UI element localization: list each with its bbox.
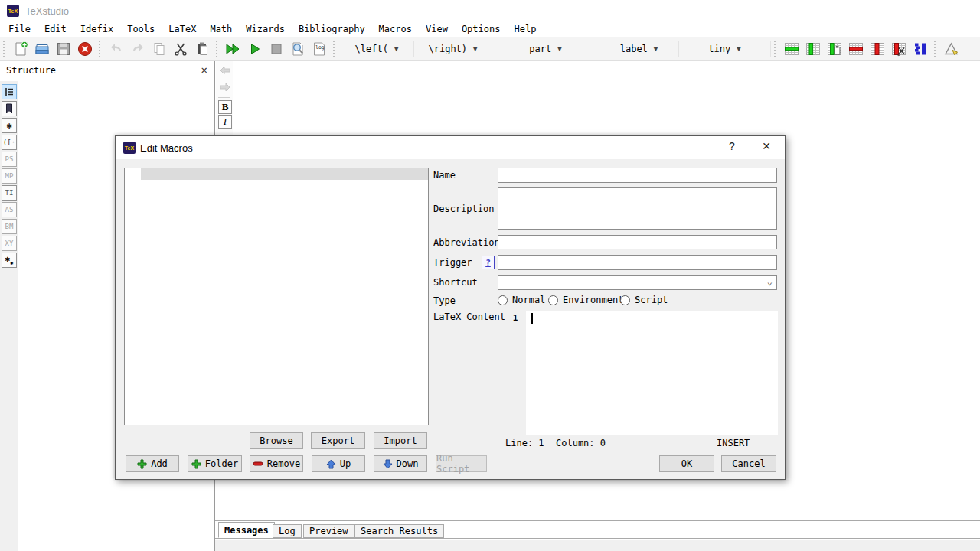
italic-button[interactable]: I: [218, 115, 232, 129]
type-normal-radio[interactable]: [498, 295, 508, 305]
paste-table-column-button[interactable]: [825, 39, 844, 59]
right-delimiter-combo[interactable]: \right) ▼: [414, 41, 492, 57]
redo-button[interactable]: [128, 39, 148, 59]
stop-button[interactable]: [266, 39, 286, 59]
tab-symbols-all[interactable]: ✱✱: [2, 253, 17, 268]
copy-button[interactable]: [149, 39, 169, 59]
menu-latex[interactable]: LaTeX: [162, 21, 203, 37]
build-and-view-button[interactable]: [224, 39, 243, 59]
menu-file[interactable]: File: [2, 21, 38, 37]
add-label: Add: [151, 458, 168, 469]
menu-tools[interactable]: Tools: [120, 21, 162, 37]
bold-button[interactable]: B: [218, 100, 232, 114]
toolbar-drag-handle: [333, 41, 336, 57]
horizontal-splitter[interactable]: [215, 520, 980, 521]
close-document-button[interactable]: [75, 39, 95, 59]
menu-math[interactable]: Math: [203, 21, 239, 37]
ok-button[interactable]: OK: [659, 455, 714, 472]
save-button[interactable]: [54, 39, 74, 59]
browse-button[interactable]: Browse: [250, 432, 303, 449]
dialog-help-button[interactable]: ?: [724, 140, 740, 155]
abbreviation-input[interactable]: [498, 235, 777, 249]
left-delimiter-value: \left(: [355, 44, 388, 54]
menu-macros[interactable]: Macros: [372, 21, 419, 37]
shortcut-combo[interactable]: ⌄: [498, 275, 777, 290]
name-label: Name: [433, 170, 456, 181]
cancel-button[interactable]: Cancel: [721, 455, 776, 472]
tab-preview[interactable]: Preview: [303, 524, 354, 538]
dialog-close-icon[interactable]: ✕: [759, 140, 774, 155]
view-pdf-button[interactable]: [288, 39, 308, 59]
type-environment-radio[interactable]: [548, 295, 558, 305]
tab-search-results[interactable]: Search Results: [354, 524, 444, 538]
tab-preview-label: Preview: [309, 526, 348, 536]
editor-format-toolbar: B I: [216, 61, 233, 145]
remove-column-icon: [869, 41, 886, 57]
font-size-combo[interactable]: tiny ▼: [679, 41, 771, 57]
menu-idefix[interactable]: Idefix: [74, 21, 120, 37]
add-table-column-button[interactable]: [803, 39, 823, 59]
stop-icon: [268, 41, 285, 57]
cut-table-column-button[interactable]: [889, 39, 909, 59]
output-tabbar: Messages Log Preview Search Results: [215, 523, 980, 539]
tab-metapost[interactable]: MP: [2, 168, 17, 184]
sectioning-combo[interactable]: part ▼: [492, 41, 599, 57]
tab-symbols-most-used[interactable]: ✱: [2, 118, 17, 133]
folder-button[interactable]: Folder: [188, 455, 242, 472]
menu-bibliography[interactable]: Bibliography: [292, 21, 372, 37]
import-button[interactable]: Import: [374, 432, 427, 449]
view-log-button[interactable]: log: [309, 39, 329, 59]
metapost-label: MP: [5, 172, 14, 180]
tab-messages[interactable]: Messages: [218, 522, 275, 538]
tab-beamer[interactable]: BM: [2, 219, 17, 234]
menu-edit[interactable]: Edit: [38, 21, 74, 37]
reference-combo[interactable]: label ▼: [599, 41, 679, 57]
go-forward-button[interactable]: [217, 80, 233, 95]
dialog-titlebar[interactable]: TeX Edit Macros: [116, 136, 785, 159]
export-button[interactable]: Export: [311, 432, 365, 449]
latex-content-editor[interactable]: [526, 311, 778, 435]
tab-asymptote[interactable]: AS: [2, 202, 17, 217]
add-button[interactable]: Add: [126, 455, 179, 472]
macro-list[interactable]: [124, 168, 429, 425]
up-button[interactable]: Up: [312, 455, 365, 472]
remove-table-column-button[interactable]: [867, 39, 887, 59]
trigger-input[interactable]: [498, 255, 777, 270]
compile-button[interactable]: [245, 39, 265, 59]
tab-xy[interactable]: XY: [2, 236, 17, 251]
new-document-button[interactable]: [11, 39, 31, 59]
structure-panel-close-icon[interactable]: ✕: [201, 64, 207, 76]
tab-tikz[interactable]: TI: [2, 185, 17, 201]
tab-pstricks[interactable]: PS: [2, 152, 17, 167]
type-script-radio[interactable]: [620, 295, 630, 305]
remove-button[interactable]: Remove: [250, 455, 303, 472]
type-normal-label: Normal: [512, 295, 545, 306]
menu-help[interactable]: Help: [507, 21, 543, 37]
menu-options[interactable]: Options: [455, 21, 508, 37]
tab-bookmarks[interactable]: [2, 101, 17, 116]
tab-log[interactable]: Log: [273, 524, 302, 538]
tab-structure[interactable]: [2, 84, 17, 99]
description-input[interactable]: [498, 187, 777, 230]
chevron-down-icon: ▼: [557, 45, 561, 53]
trigger-help-button[interactable]: ?: [482, 256, 495, 269]
chevron-down-icon: ▼: [473, 45, 477, 53]
go-back-button[interactable]: [217, 63, 233, 78]
paste-button[interactable]: [192, 39, 212, 59]
asterisk-icon: ✱: [6, 120, 11, 131]
add-table-row-button[interactable]: [782, 39, 802, 59]
menu-wizards[interactable]: Wizards: [239, 21, 292, 37]
name-input[interactable]: [498, 168, 777, 183]
left-delimiter-combo[interactable]: \left( ▼: [340, 41, 414, 57]
check-latex-syntax-button[interactable]: [942, 39, 962, 59]
align-table-columns-button[interactable]: [910, 39, 930, 59]
type-script-label: Script: [635, 295, 668, 306]
window-titlebar: TeX TeXstudio: [0, 0, 980, 21]
undo-button[interactable]: [106, 39, 126, 59]
open-button[interactable]: [32, 39, 52, 59]
menu-view[interactable]: View: [419, 21, 455, 37]
down-button[interactable]: Down: [374, 455, 427, 472]
tab-brackets[interactable]: ([·: [2, 135, 17, 150]
cut-button[interactable]: [171, 39, 191, 59]
remove-table-row-button[interactable]: [846, 39, 866, 59]
